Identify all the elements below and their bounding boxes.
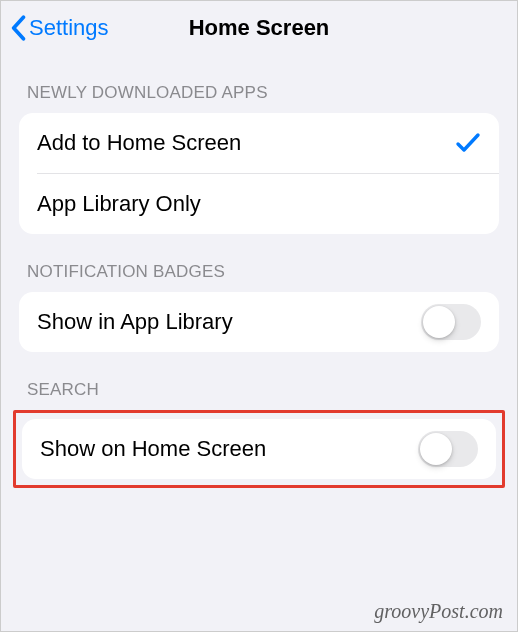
search-list: Show on Home Screen (22, 419, 496, 479)
chevron-left-icon (9, 15, 27, 41)
navigation-bar: Settings Home Screen (1, 1, 517, 55)
back-label: Settings (29, 15, 109, 41)
toggle-knob (423, 306, 455, 338)
highlight-annotation: Show on Home Screen (13, 410, 505, 488)
toggle-switch[interactable] (418, 431, 478, 467)
watermark-text: groovyPost.com (374, 600, 503, 623)
back-button[interactable]: Settings (9, 15, 109, 41)
option-app-library-only[interactable]: App Library Only (19, 174, 499, 234)
settings-screen: Settings Home Screen NEWLY DOWNLOADED AP… (0, 0, 518, 632)
section-header-newly-downloaded: NEWLY DOWNLOADED APPS (19, 55, 499, 113)
checkmark-icon (455, 131, 481, 155)
toggle-label: Show on Home Screen (40, 436, 266, 462)
toggle-switch[interactable] (421, 304, 481, 340)
option-add-to-home-screen[interactable]: Add to Home Screen (19, 113, 499, 173)
toggle-show-on-home-screen[interactable]: Show on Home Screen (22, 419, 496, 479)
page-title: Home Screen (189, 15, 330, 41)
content-area: NEWLY DOWNLOADED APPS Add to Home Screen… (1, 55, 517, 488)
newly-downloaded-list: Add to Home Screen App Library Only (19, 113, 499, 234)
section-header-notification-badges: NOTIFICATION BADGES (19, 234, 499, 292)
option-label: App Library Only (37, 191, 201, 217)
option-label: Add to Home Screen (37, 130, 241, 156)
toggle-show-in-app-library[interactable]: Show in App Library (19, 292, 499, 352)
toggle-knob (420, 433, 452, 465)
notification-badges-list: Show in App Library (19, 292, 499, 352)
toggle-label: Show in App Library (37, 309, 233, 335)
section-header-search: SEARCH (19, 352, 499, 410)
